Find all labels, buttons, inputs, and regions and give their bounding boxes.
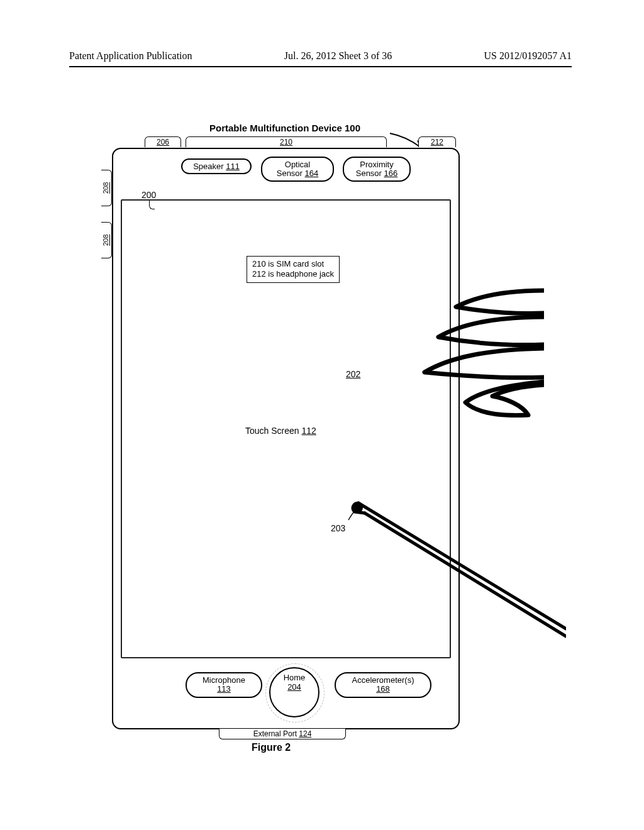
microphone-lozenge: Microphone 113 [186, 672, 262, 698]
note-l2: 212 is headphone jack [252, 269, 334, 279]
top-slot-212: 212 [418, 136, 456, 147]
accel-label: Accelerometer(s) [352, 675, 414, 685]
optical-lozenge: Optical Sensor 164 [261, 157, 334, 182]
note-l1: 210 is SIM card slot [252, 259, 334, 269]
device-title: Portable Multifunction Device 100 [209, 123, 360, 133]
speaker-lozenge: Speaker 111 [181, 158, 252, 174]
ext-port-label: External Port [253, 729, 299, 738]
optical-l2: Sensor [277, 169, 305, 178]
page-header: Patent Application Publication Jul. 26, … [69, 50, 572, 62]
side-slot-208a: 208 [101, 170, 112, 206]
optical-l1: Optical [285, 160, 310, 169]
leader-203 [345, 499, 370, 524]
mic-label: Microphone [203, 675, 245, 685]
header-rule [69, 66, 572, 67]
device-body: Speaker 111 Optical Sensor 164 Proximity… [112, 148, 460, 729]
speaker-ref: 111 [226, 162, 240, 171]
accelerometer-lozenge: Accelerometer(s) 168 [335, 672, 431, 698]
external-port-slot: External Port 124 [219, 729, 346, 739]
ts-text: Touch Screen [245, 426, 302, 436]
prox-l2: Sensor [356, 169, 384, 178]
prox-l1: Proximity [360, 160, 393, 169]
optical-ref: 164 [305, 169, 319, 178]
side-slot-208b: 208 [101, 222, 112, 258]
speaker-label: Speaker [193, 162, 226, 171]
ref-202: 202 [346, 369, 360, 379]
accel-ref: 168 [376, 684, 390, 694]
home-label: Home [284, 673, 306, 682]
note-box: 210 is SIM card slot 212 is headphone ja… [247, 256, 340, 283]
top-slot-210: 210 [186, 136, 387, 147]
ts-ref: 112 [302, 426, 316, 436]
header-left: Patent Application Publication [69, 50, 192, 62]
ref-203: 203 [331, 523, 345, 533]
ref-200: 200 [142, 190, 156, 200]
figure-caption: Figure 2 [252, 742, 291, 753]
ext-port-ref: 124 [299, 729, 311, 738]
home-button: Home 204 [269, 667, 319, 717]
touch-screen-label: Touch Screen 112 [245, 426, 316, 436]
header-center: Jul. 26, 2012 Sheet 3 of 36 [284, 50, 392, 62]
prox-ref: 166 [384, 169, 398, 178]
top-slot-206: 206 [145, 136, 181, 147]
mic-ref: 113 [217, 684, 231, 694]
proximity-lozenge: Proximity Sensor 166 [343, 157, 411, 182]
header-right: US 2012/0192057 A1 [484, 50, 572, 62]
home-ref: 204 [287, 682, 301, 692]
